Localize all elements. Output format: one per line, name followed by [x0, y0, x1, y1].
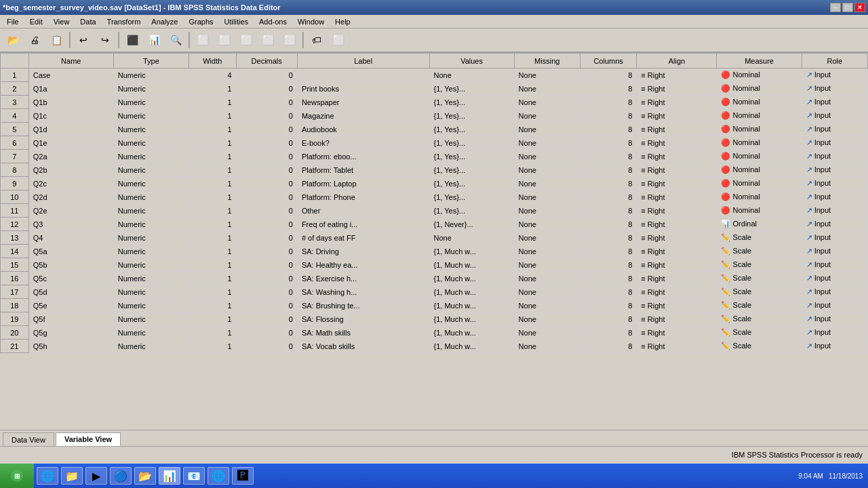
cell-label[interactable]: Newspaper: [297, 96, 429, 109]
cell-align[interactable]: ≡ Right: [637, 68, 717, 82]
cell-width[interactable]: 1: [189, 272, 237, 285]
cell-label[interactable]: Print books: [297, 82, 429, 96]
cell-measure[interactable]: ✏️ Scale: [717, 299, 802, 312]
cell-columns[interactable]: 8: [580, 82, 636, 96]
menu-graphs[interactable]: Graphs: [183, 15, 218, 28]
cell-measure[interactable]: ✏️ Scale: [717, 258, 802, 272]
cell-missing[interactable]: None: [514, 231, 580, 245]
cell-missing[interactable]: None: [514, 218, 580, 231]
menu-addons[interactable]: Add-ons: [254, 15, 292, 28]
cell-columns[interactable]: 8: [580, 272, 636, 285]
cell-missing[interactable]: None: [514, 190, 580, 204]
cell-align[interactable]: ≡ Right: [637, 258, 717, 272]
cell-columns[interactable]: 8: [580, 245, 636, 258]
cell-decimals[interactable]: 0: [236, 123, 297, 136]
table-row[interactable]: 16 Q5c Numeric 1 0 SA: Exercise h... {1,…: [1, 272, 868, 285]
undo-button[interactable]: ↩: [73, 30, 94, 49]
cell-columns[interactable]: 8: [580, 312, 636, 326]
cell-values[interactable]: {1, Yes}...: [429, 82, 514, 96]
table-row[interactable]: 6 Q1e Numeric 1 0 E-book? {1, Yes}... No…: [1, 136, 868, 150]
cell-name[interactable]: Q2c: [28, 177, 113, 190]
print-button[interactable]: 🖨: [24, 30, 45, 49]
taskbar-chrome[interactable]: 🔵: [110, 467, 132, 485]
cell-label[interactable]: SA: Exercise h...: [297, 272, 429, 285]
cell-role[interactable]: ↗ Input: [802, 299, 867, 312]
cell-missing[interactable]: None: [514, 123, 580, 136]
cell-type[interactable]: Numeric: [113, 136, 189, 150]
taskbar-network[interactable]: 🌐: [208, 467, 229, 485]
cell-measure[interactable]: ✏️ Scale: [717, 272, 802, 285]
cell-decimals[interactable]: 0: [236, 68, 297, 82]
cell-type[interactable]: Numeric: [113, 177, 189, 190]
close-button[interactable]: ✕: [854, 3, 865, 12]
cell-columns[interactable]: 8: [580, 190, 636, 204]
cell-width[interactable]: 1: [189, 123, 237, 136]
cell-role[interactable]: ↗ Input: [802, 245, 867, 258]
cell-name[interactable]: Q5a: [28, 245, 113, 258]
col-header-width[interactable]: Width: [189, 54, 237, 68]
cell-type[interactable]: Numeric: [113, 190, 189, 204]
cell-width[interactable]: 4: [189, 68, 237, 82]
cell-values[interactable]: {1, Never}...: [429, 218, 514, 231]
cell-role[interactable]: ↗ Input: [802, 285, 867, 299]
value-labels-button[interactable]: 🏷: [307, 30, 327, 49]
cell-name[interactable]: Q5b: [28, 258, 113, 272]
cell-type[interactable]: Numeric: [113, 299, 189, 312]
cell-decimals[interactable]: 0: [236, 163, 297, 177]
table-row[interactable]: 21 Q5h Numeric 1 0 SA: Vocab skills {1, …: [1, 340, 868, 353]
window-controls[interactable]: ─ □ ✕: [830, 3, 865, 12]
cell-decimals[interactable]: 0: [236, 299, 297, 312]
cell-type[interactable]: Numeric: [113, 258, 189, 272]
cell-values[interactable]: None: [429, 231, 514, 245]
col-header-name[interactable]: Name: [28, 54, 113, 68]
cell-missing[interactable]: None: [514, 109, 580, 123]
open-button[interactable]: 📂: [3, 30, 23, 49]
col-header-align[interactable]: Align: [637, 54, 717, 68]
cell-values[interactable]: {1, Yes}...: [429, 163, 514, 177]
cell-name[interactable]: Q1e: [28, 136, 113, 150]
cell-type[interactable]: Numeric: [113, 231, 189, 245]
cell-name[interactable]: Q1b: [28, 96, 113, 109]
cell-label[interactable]: SA: Driving: [297, 245, 429, 258]
cell-decimals[interactable]: 0: [236, 150, 297, 163]
col-header-decimals[interactable]: Decimals: [236, 54, 297, 68]
table-row[interactable]: 9 Q2c Numeric 1 0 Platform: Laptop {1, Y…: [1, 177, 868, 190]
table-row[interactable]: 8 Q2b Numeric 1 0 Platform: Tablet {1, Y…: [1, 163, 868, 177]
insert-cases-button[interactable]: ⬜: [193, 30, 213, 49]
cell-name[interactable]: Q5g: [28, 326, 113, 340]
cell-missing[interactable]: None: [514, 150, 580, 163]
cell-values[interactable]: {1, Yes}...: [429, 96, 514, 109]
cell-values[interactable]: {1, Yes}...: [429, 204, 514, 218]
cell-missing[interactable]: None: [514, 258, 580, 272]
cell-name[interactable]: Q5c: [28, 272, 113, 285]
cell-missing[interactable]: None: [514, 285, 580, 299]
cell-columns[interactable]: 8: [580, 123, 636, 136]
table-row[interactable]: 18 Q5e Numeric 1 0 SA: Brushing te... {1…: [1, 299, 868, 312]
col-header-label[interactable]: Label: [297, 54, 429, 68]
cell-decimals[interactable]: 0: [236, 340, 297, 353]
minimize-button[interactable]: ─: [830, 3, 841, 12]
cell-columns[interactable]: 8: [580, 218, 636, 231]
cell-role[interactable]: ↗ Input: [802, 258, 867, 272]
cell-values[interactable]: {1, Yes}...: [429, 109, 514, 123]
cell-measure[interactable]: 🔴 Nominal: [717, 123, 802, 136]
cell-decimals[interactable]: 0: [236, 177, 297, 190]
cell-align[interactable]: ≡ Right: [637, 245, 717, 258]
cell-columns[interactable]: 8: [580, 136, 636, 150]
weight-cases-button[interactable]: ⬜: [258, 30, 278, 49]
cell-columns[interactable]: 8: [580, 96, 636, 109]
cell-align[interactable]: ≡ Right: [637, 312, 717, 326]
cell-align[interactable]: ≡ Right: [637, 340, 717, 353]
cell-align[interactable]: ≡ Right: [637, 123, 717, 136]
recall-button[interactable]: 📋: [46, 30, 66, 49]
cell-role[interactable]: ↗ Input: [802, 326, 867, 340]
cell-width[interactable]: 1: [189, 150, 237, 163]
cell-role[interactable]: ↗ Input: [802, 82, 867, 96]
cell-measure[interactable]: 🔴 Nominal: [717, 109, 802, 123]
select-cases-button[interactable]: ⬜: [279, 30, 300, 49]
menu-edit[interactable]: Edit: [24, 15, 48, 28]
tab-data-view[interactable]: Data View: [3, 432, 54, 446]
cell-type[interactable]: Numeric: [113, 204, 189, 218]
table-row[interactable]: 4 Q1c Numeric 1 0 Magazine {1, Yes}... N…: [1, 109, 868, 123]
col-header-columns[interactable]: Columns: [580, 54, 636, 68]
